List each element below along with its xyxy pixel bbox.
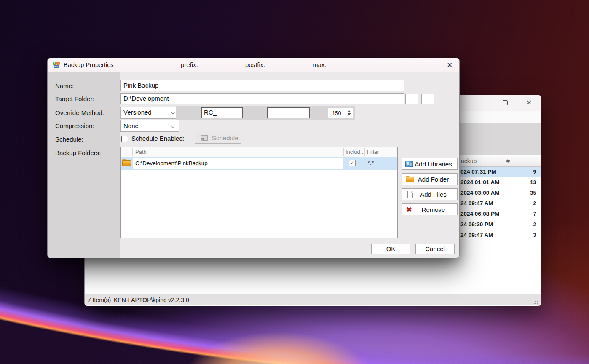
app-icon-tile: BU xyxy=(54,65,59,68)
table-header-row[interactable]: Path Includ... Filter xyxy=(121,147,397,157)
path-column-header[interactable]: Path xyxy=(135,149,147,155)
path-cell-input[interactable]: C:\Development\PinkBackup xyxy=(133,158,343,169)
backup-folders-label: Backup Folders: xyxy=(55,149,101,156)
header-divider xyxy=(343,148,344,156)
add-libraries-button[interactable]: Add Libraries xyxy=(402,158,458,170)
list-item-count: 9 xyxy=(503,169,536,175)
override-method-label: Override Method: xyxy=(55,109,104,116)
included-checkbox[interactable]: ✓ xyxy=(349,160,356,166)
column-header-backup[interactable]: ackup xyxy=(461,158,477,164)
add-libraries-label: Add Libraries xyxy=(402,161,457,168)
list-item-date: 24 09:47 AM xyxy=(460,232,493,238)
list-item-count: 3 xyxy=(503,232,536,238)
compression-select[interactable]: None xyxy=(120,120,179,132)
dialog-title: Backup Properties xyxy=(64,62,113,68)
max-label: max: xyxy=(313,61,327,68)
browse-target-button[interactable]: ... xyxy=(405,94,418,104)
table-row[interactable]: C:\Development\PinkBackup ✓ *.* xyxy=(121,157,397,170)
compression-value: None xyxy=(123,122,139,129)
resize-grip[interactable] xyxy=(534,300,535,300)
backup-folders-table: Path Includ... Filter C:\Development\Pin… xyxy=(120,147,398,238)
prefix-input[interactable]: RC_ xyxy=(201,107,243,118)
add-files-button[interactable]: Add Files xyxy=(402,188,458,200)
schedule-label: Schedule: xyxy=(55,136,83,143)
list-item-date: 2024 06:08 PM xyxy=(460,211,499,217)
name-input[interactable]: Pink Backup xyxy=(120,80,404,91)
remove-button[interactable]: ✖ Remove xyxy=(402,203,458,215)
schedule-enabled-label: Schedule Enabled: xyxy=(131,135,185,142)
add-folder-label: Add Folder xyxy=(402,176,457,183)
schedule-enabled-checkbox[interactable] xyxy=(121,136,128,142)
add-folder-button[interactable]: Add Folder xyxy=(402,173,458,185)
target-folder-input[interactable]: D:\Development xyxy=(120,93,404,104)
list-item-count: 35 xyxy=(503,190,536,196)
postfix-input[interactable] xyxy=(267,107,310,118)
status-item-count: 7 Item(s) xyxy=(88,297,111,303)
name-label: Name: xyxy=(55,82,74,89)
max-value: 150 xyxy=(328,110,345,116)
app-icon: P T BU xyxy=(53,62,60,69)
schedule-icon xyxy=(201,135,208,141)
chevron-down-icon xyxy=(171,124,175,128)
chevron-down-icon xyxy=(171,110,175,115)
add-files-label: Add Files xyxy=(402,191,457,198)
max-spinner[interactable]: 150 xyxy=(328,108,353,118)
browse-target-button-2[interactable]: ... xyxy=(421,94,434,104)
app-icon-tile: P xyxy=(53,62,56,65)
list-item-count: 13 xyxy=(503,179,536,185)
minimize-button[interactable] xyxy=(472,95,489,111)
column-header-count[interactable]: # xyxy=(506,158,510,164)
list-item-date: 024 07:31 PM xyxy=(460,169,496,175)
filter-cell[interactable]: *.* xyxy=(368,160,374,166)
ok-button[interactable]: OK xyxy=(371,244,410,254)
override-method-select[interactable]: Versioned xyxy=(120,107,179,119)
maximize-icon xyxy=(503,100,508,105)
override-method-value: Versioned xyxy=(123,109,152,116)
filter-column-header[interactable]: Filter xyxy=(367,149,379,155)
header-divider xyxy=(364,148,365,156)
status-bar: 7 Item(s) KEN-LAPTOP\kpinc v2.2.3.0 xyxy=(85,294,541,305)
schedule-button-label: Schedule xyxy=(212,134,238,142)
spin-up-icon[interactable] xyxy=(348,110,351,112)
maximize-button[interactable] xyxy=(497,95,514,111)
schedule-button[interactable]: Schedule xyxy=(195,132,241,144)
close-button[interactable]: ✕ xyxy=(521,95,538,111)
compression-label: Compression: xyxy=(55,122,94,129)
close-icon[interactable]: ✕ xyxy=(447,61,452,69)
minimize-icon xyxy=(478,103,483,103)
prefix-label: prefix: xyxy=(181,61,198,68)
app-icon-tile: T xyxy=(56,62,60,65)
folder-icon xyxy=(122,159,131,166)
postfix-label: postfix: xyxy=(245,61,265,68)
list-item-count: 7 xyxy=(503,211,536,217)
target-folder-label: Target Folder: xyxy=(55,95,94,102)
list-item-date: 24 06:30 PM xyxy=(460,221,493,228)
cancel-button[interactable]: Cancel xyxy=(415,244,455,254)
list-item-count: 2 xyxy=(503,200,536,206)
list-item-date: 2024 03:00 AM xyxy=(460,190,500,196)
list-item-count: 2 xyxy=(503,221,536,228)
status-host-version: KEN-LAPTOP\kpinc v2.2.3.0 xyxy=(114,297,189,303)
close-icon: ✕ xyxy=(526,99,532,107)
backup-properties-dialog: P T BU Backup Properties ✕ Name: Target … xyxy=(47,58,460,258)
header-divider xyxy=(132,148,133,156)
spin-down-icon[interactable] xyxy=(348,113,351,115)
included-column-header[interactable]: Includ... xyxy=(345,149,364,155)
list-item-date: 24 09:47 AM xyxy=(460,200,493,206)
list-item-date: 2024 01:01 AM xyxy=(460,179,500,185)
remove-label: Remove xyxy=(402,206,457,213)
